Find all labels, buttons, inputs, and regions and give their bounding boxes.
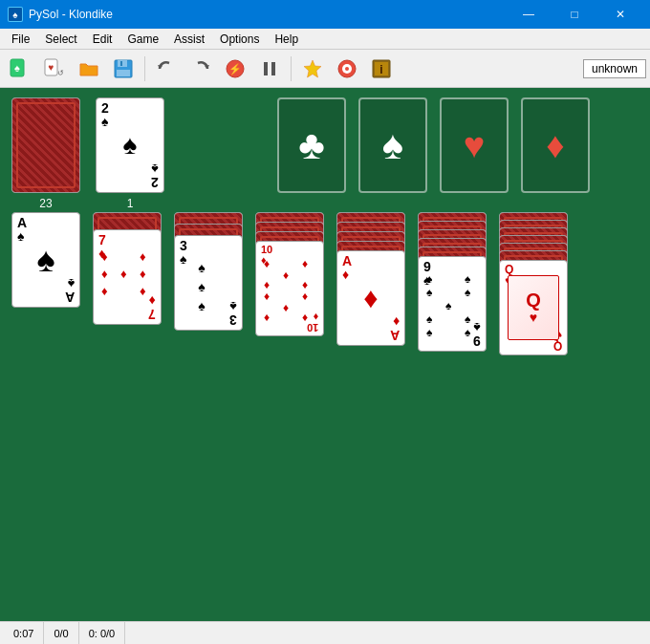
svg-text:↺: ↺ <box>57 69 64 77</box>
hearts-icon: ♥ <box>464 125 486 166</box>
status-moves: 0: 0/0 <box>79 622 126 644</box>
menu-select[interactable]: Select <box>37 31 84 48</box>
menu-game[interactable]: Game <box>119 31 166 48</box>
restart-button[interactable]: ♥ ↺ <box>38 53 71 85</box>
status-bar: 0:07 0/0 0: 0/0 <box>0 621 650 644</box>
status-score: 0/0 <box>44 622 78 644</box>
menu-edit[interactable]: Edit <box>85 31 120 48</box>
toolbar-separator-2 <box>291 56 292 81</box>
save-button[interactable] <box>107 53 140 85</box>
pause-button[interactable] <box>253 53 286 85</box>
info-button[interactable]: i <box>365 53 398 85</box>
svg-rect-13 <box>264 62 268 75</box>
svg-text:i: i <box>379 63 382 76</box>
undo-button[interactable] <box>150 53 183 85</box>
menu-file[interactable]: File <box>4 31 37 48</box>
stock-count: 23 <box>11 197 80 210</box>
open-button[interactable] <box>73 53 105 85</box>
svg-rect-14 <box>271 62 275 75</box>
toolbar: ♠ ♥ ↺ <box>0 50 650 88</box>
svg-rect-9 <box>117 70 130 76</box>
menu-help[interactable]: Help <box>267 31 306 48</box>
main-window: ♠ PySol - Klondike — □ ✕ File Select Edi… <box>0 0 650 644</box>
svg-marker-15 <box>304 60 321 77</box>
svg-text:⚡: ⚡ <box>228 62 242 75</box>
maximize-button[interactable]: □ <box>552 0 596 29</box>
title-bar: ♠ PySol - Klondike — □ ✕ <box>0 0 650 29</box>
waste-pile[interactable]: 2♠ 2♠ ♠ 1 <box>96 97 164 193</box>
game-area[interactable]: 23 2♠ 2♠ ♠ 1 ♣ ♠ ♥ <box>0 88 650 621</box>
clubs-icon: ♣ <box>298 122 325 168</box>
new-game-button[interactable]: ♠ <box>4 53 36 85</box>
spades-icon: ♠ <box>382 122 403 168</box>
window-controls: — □ ✕ <box>507 0 642 29</box>
autodrop-button[interactable]: ⚡ <box>219 53 251 85</box>
menu-bar: File Select Edit Game Assist Options Hel… <box>0 29 650 50</box>
redo-button[interactable] <box>184 53 217 85</box>
ace-spades-center: ♠ <box>36 240 54 280</box>
menu-assist[interactable]: Assist <box>166 31 212 48</box>
stock-pile[interactable]: 23 <box>11 97 80 193</box>
status-unknown: unknown <box>583 59 646 78</box>
status-time: 0:07 <box>4 622 44 644</box>
waste-count: 1 <box>96 197 164 210</box>
toolbar-separator-1 <box>144 56 145 81</box>
minimize-button[interactable]: — <box>507 0 551 29</box>
ace-diamonds-center: ♦ <box>363 282 378 314</box>
svg-rect-10 <box>120 61 122 66</box>
rules-button[interactable] <box>331 53 363 85</box>
diamonds-icon: ♦ <box>546 125 564 166</box>
window-title: PySol - Klondike <box>29 8 113 21</box>
waste-top-rank-br: 2♠ <box>151 162 159 189</box>
waste-top-suit: ♠ <box>123 130 138 161</box>
svg-text:♠: ♠ <box>14 62 20 74</box>
stats-button[interactable] <box>296 53 329 85</box>
waste-top-rank-tl: 2♠ <box>101 101 109 128</box>
app-icon: ♠ <box>8 7 23 22</box>
menu-options[interactable]: Options <box>212 31 267 48</box>
close-button[interactable]: ✕ <box>598 0 642 29</box>
svg-text:♠: ♠ <box>12 10 18 20</box>
svg-text:♥: ♥ <box>49 62 54 73</box>
svg-point-18 <box>345 67 349 71</box>
